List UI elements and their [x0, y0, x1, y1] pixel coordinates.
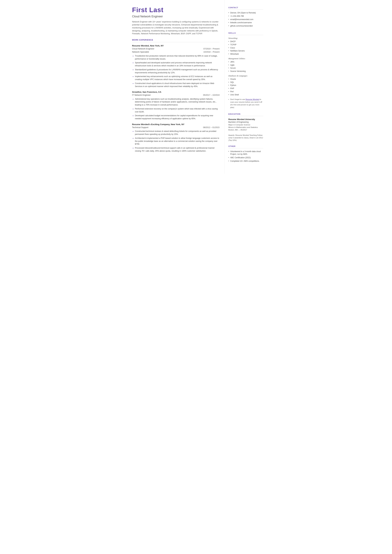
skill-source-versioning: Source Versioning [228, 70, 263, 73]
employer-1: Resume Worded, New York, NY [132, 44, 220, 47]
job-bullets-3: Constructed technical reviews & raised d… [135, 130, 220, 152]
bullet-3-3: Processed inbound/outbound technical sup… [135, 147, 220, 153]
contact-location: Denver, OH (Open to Remote) [228, 12, 263, 14]
job-block-1: Resume Worded, New York, NY Cloud Networ… [132, 44, 220, 88]
job-title-1a: Cloud Network Engineer [132, 47, 154, 50]
contact-heading: CONTACT [228, 6, 263, 10]
skill-oracle: Oracle [228, 78, 263, 81]
other-item-1: Volunteered in a 3-month data cloud Proj… [228, 150, 263, 155]
bullet-1-5: Constructed cloud applications & cloud i… [135, 82, 220, 88]
skill-wireshark: Wireshark [228, 53, 263, 56]
skills-databases-list: Oracle SQL Python PHP Perl Unix Shell [228, 78, 263, 96]
edu-major: Major in Computer Science [228, 124, 263, 126]
skills-management-list: JIRA Agile Scrum Source Versioning [228, 61, 263, 73]
bullet-1-3: Standardized guidelines & procedures for… [135, 68, 220, 74]
job-dates-2a: 05/2017 – 10/2019 [203, 94, 219, 97]
education-block: Resume Worded University Bachelor of Eng… [228, 118, 263, 142]
edu-minors: Minors in Mathematics and Statistics [228, 126, 263, 129]
other-item-2: ABC Certification (2022) [228, 156, 263, 159]
job-title-3a: Technical Support [132, 126, 148, 129]
bullet-3-1: Constructed technical reviews & raised d… [135, 130, 220, 136]
skills-heading: SKILLS [228, 32, 263, 35]
skills-category-databases: Databases & Languages: [228, 75, 263, 77]
employer-2: Growthsi, San Francisco, CA [132, 91, 220, 94]
skills-category-management: Management Utilities: [228, 57, 263, 60]
work-experience-heading: WORK EXPERIENCE [132, 39, 220, 42]
skill-agile: Agile [228, 64, 263, 66]
contact-linkedin: linkedin.com/in/username [228, 21, 263, 24]
resume-worded-link[interactable]: Resume Worded [245, 98, 259, 100]
skill-jira: JIRA [228, 61, 263, 63]
skill-php: PHP [228, 87, 263, 90]
bullet-2-1: Administered key operations such as trou… [135, 98, 220, 106]
skill-scrum: Scrum [228, 67, 263, 70]
job-dates-1b: 10/2018 – Present [203, 51, 219, 54]
bullet-3-2: Architected & implemented a PHP-based so… [135, 137, 220, 146]
bullet-1-4: Implemented key enhancements such as opt… [135, 75, 220, 81]
bullet-2-3: Developed calculated budget recommendati… [135, 114, 220, 120]
job-dates-3a: 08/2012 – 01/2015 [203, 126, 219, 129]
contact-github: github.com/resumeworded [228, 25, 263, 27]
job-dates-1a: 07/2019 – Present [203, 48, 219, 50]
job-title-2a: IT Network Engineer [132, 94, 151, 97]
scan-note: Don't forget to use Resume Worded to sca… [228, 98, 263, 109]
job-block-3: Resume Worded's Exciting Company, New Yo… [132, 123, 220, 153]
edu-school: Resume Worded University [228, 118, 263, 121]
job-bullets-2: Administered key operations such as trou… [135, 98, 220, 120]
bullet-2-2: Performed extensive recovery on the comp… [135, 107, 220, 113]
edu-location-date: Boston, MA — 05/2017 [228, 129, 263, 131]
contact-list: Denver, OH (Open to Remote) +1-234-456-7… [228, 12, 263, 27]
bullet-1-1: Troubleshot live production network serv… [135, 55, 220, 61]
skill-perl: Perl [228, 90, 263, 93]
skill-unix-shell: Unix Shell [228, 93, 263, 96]
edu-awards: Awards: Resume Worded Teaching Fellow (o… [228, 134, 263, 141]
job-bullets-1: Troubleshot live production network serv… [135, 55, 220, 88]
skill-sql: SQL [228, 81, 263, 84]
candidate-summary: Network Engineer with 10+ years' experie… [132, 20, 220, 35]
job-block-2: Growthsi, San Francisco, CA IT Network E… [132, 91, 220, 120]
edu-degree: Bachelor of Engineering [228, 121, 263, 124]
skill-cisco: Cisco [228, 47, 263, 49]
other-heading: OTHER [228, 145, 263, 148]
skill-tcpip: TCP/IP [228, 43, 263, 46]
bullet-1-2: Spearheaded and developed automation and… [135, 61, 220, 67]
candidate-title: Cloud Network Engineer [132, 14, 220, 19]
skills-networking-list: DHCP TCP/IP Cisco NetWare Servers Wiresh… [228, 40, 263, 56]
employer-3: Resume Worded's Exciting Company, New Yo… [132, 123, 220, 126]
skill-dhcp: DHCP [228, 40, 263, 43]
contact-email: email@resumeworded.com [228, 18, 263, 21]
education-heading: EDUCATION [228, 113, 263, 116]
job-title-1b: Network Specialist [132, 50, 149, 53]
other-list: Volunteered in a 3-month data cloud Proj… [228, 150, 263, 162]
skills-section: Networking: DHCP TCP/IP Cisco NetWare Se… [228, 37, 263, 109]
skill-python: Python [228, 84, 263, 87]
contact-phone: +1-234-456-789 [228, 15, 263, 18]
other-item-3: Completed 10+ AWS competitions. [228, 160, 263, 162]
candidate-name: First Last [132, 6, 220, 14]
skills-category-networking: Networking: [228, 37, 263, 40]
skill-netware: NetWare Servers [228, 49, 263, 52]
